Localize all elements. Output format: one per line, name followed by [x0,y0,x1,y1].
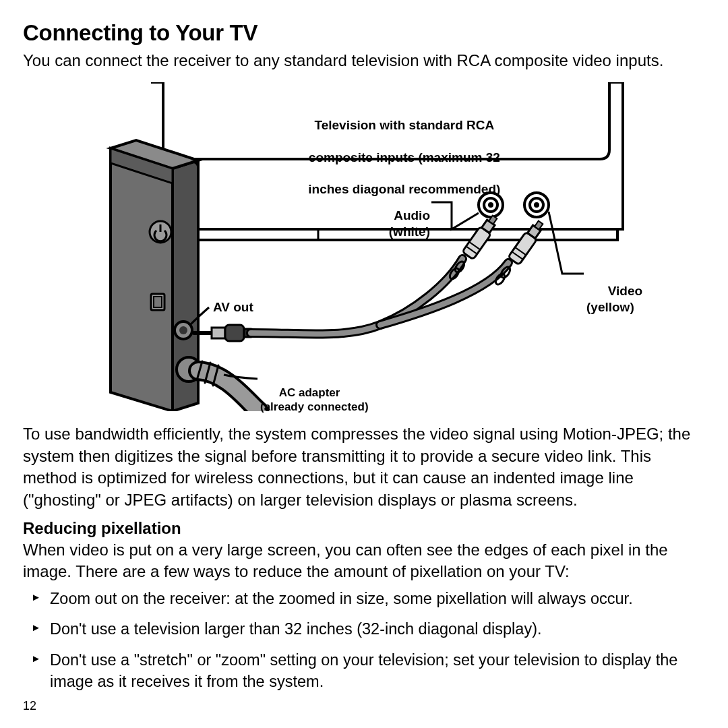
svg-rect-24 [225,325,244,341]
av-out-plug [194,325,251,341]
svg-rect-23 [212,328,225,338]
section-heading: Connecting to Your TV [23,20,705,46]
svg-marker-12 [111,148,173,411]
ac-cable [197,361,259,411]
rca-video-jack [524,193,549,217]
compression-paragraph: To use bandwidth efficiently, the system… [23,423,705,511]
card-slot-icon [151,294,164,310]
power-icon [150,221,171,243]
intro-paragraph: You can connect the receiver to any stan… [23,50,705,71]
list-item: Don't use a "stretch" or "zoom" setting … [28,650,705,702]
subheading: Reducing pixellation [23,519,705,538]
avout-label: AV out [213,299,253,315]
connection-diagram: Television with standard RCA composite i… [90,82,657,411]
svg-rect-19 [154,297,162,307]
page-number: 12 [23,699,36,713]
list-item: Zoom out on the receiver: at the zoomed … [28,588,705,619]
ac-label: AC adapter(already connected) [260,371,369,428]
audio-label: Audio(white) [365,191,430,255]
tips-list: Zoom out on the receiver: at the zoomed … [23,588,705,702]
video-label: Video(yellow) [586,267,642,331]
list-item: Don't use a television larger than 32 in… [28,619,705,650]
receiver-device [111,140,201,411]
manual-page: Connecting to Your TV You can connect th… [0,0,728,728]
svg-point-21 [179,326,187,334]
svg-point-11 [534,202,539,208]
sub-intro: When video is put on a very large screen… [23,539,705,583]
